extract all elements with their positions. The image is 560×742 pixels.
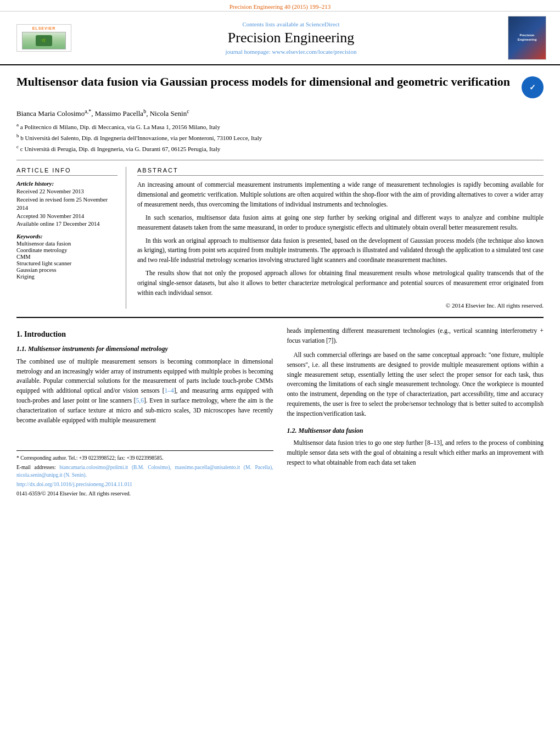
keyword-4: Structured light scanner: [16, 260, 117, 266]
available-date: Available online 17 December 2014: [16, 220, 117, 228]
homepage-link[interactable]: www.elsevier.com/locate/precision: [272, 48, 357, 55]
journal-thumbnail: PrecisionEngineering: [508, 16, 546, 60]
journal-top-bar: Precision Engineering 40 (2015) 199–213: [0, 0, 560, 11]
affiliation-c: c c Università di Perugia, Dip. di Ingeg…: [16, 143, 544, 153]
article-title-section: Multisensor data fusion via Gaussian pro…: [16, 74, 544, 103]
article-title: Multisensor data fusion via Gaussian pro…: [16, 74, 522, 90]
and-measuring-text: and measuring: [180, 387, 218, 394]
journal-title: Precision Engineering: [82, 30, 500, 46]
sub2-title: Multisensor data fusion: [299, 427, 363, 434]
abstract-para-4: The results show that not only the propo…: [137, 269, 544, 298]
journal-thumbnail-area: PrecisionEngineering: [505, 16, 549, 60]
main-content: Multisensor data fusion via Gaussian pro…: [0, 65, 560, 507]
sub1-title: Multisensor instruments for dimensional …: [28, 345, 168, 353]
elsevier-logo: ELSEVIER 🌿: [16, 24, 71, 52]
keyword-2: Coordinate metrology: [16, 247, 117, 253]
article-history-group: Article history: Received 22 November 20…: [16, 180, 117, 228]
sciencedirect-link[interactable]: ScienceDirect: [306, 21, 340, 27]
journal-header-center: Contents lists available at ScienceDirec…: [77, 21, 505, 55]
intro-heading: 1. Introduction: [16, 328, 273, 341]
issn-line: 0141-6359/© 2014 Elsevier Inc. All right…: [16, 489, 273, 498]
crossmark-badge: ✓: [522, 76, 544, 98]
keywords-label: Keywords:: [16, 233, 117, 239]
sub1-heading: 1.1. Multisensor instruments for dimensi…: [16, 344, 273, 354]
footnotes-section: * Corresponding author. Tel.: +39 022399…: [16, 450, 273, 498]
copyright-line: © 2014 Elsevier Inc. All rights reserved…: [137, 302, 544, 309]
body-right-continued: heads implementing different measurement…: [287, 326, 544, 346]
body-columns: 1. Introduction 1.1. Multisensor instrum…: [16, 326, 544, 499]
affiliation-a: a a Politecnico di Milano, Dip. di Mecca…: [16, 121, 544, 131]
intro-number: 1.: [16, 330, 23, 338]
crossmark-icon: ✓: [529, 83, 536, 92]
abstract-para-1: An increasing amount of commercial measu…: [137, 180, 544, 209]
homepage-line: journal homepage: www.elsevier.com/locat…: [82, 48, 500, 55]
article-history-label: Article history:: [16, 180, 117, 187]
abstract-column: ABSTRACT An increasing amount of commerc…: [137, 167, 544, 309]
contents-text: Contents lists available at: [242, 21, 304, 27]
authors-line: Bianca Maria Colosimoa,*, Massimo Pacell…: [16, 108, 544, 118]
intro-title: Introduction: [24, 330, 66, 338]
section-divider-1: [16, 160, 544, 160]
header-section: ELSEVIER 🌿 Contents lists available at S…: [0, 11, 560, 65]
article-info-column: ARTICLE INFO Article history: Received 2…: [16, 167, 126, 309]
accepted-date: Accepted 30 November 2014: [16, 213, 117, 221]
body-right-para-2: All such commercial offerings are based …: [287, 350, 544, 419]
article-info-label: ARTICLE INFO: [16, 167, 117, 176]
journal-volume-info: Precision Engineering 40 (2015) 199–213: [229, 3, 331, 10]
contents-available-line: Contents lists available at ScienceDirec…: [82, 21, 500, 27]
keyword-5: Gaussian process: [16, 267, 117, 273]
sub1-number: 1.1.: [16, 345, 26, 353]
body-right-column: heads implementing different measurement…: [287, 326, 544, 499]
email-note: E-mail addresses: biancamaria.colosimo@p…: [16, 464, 273, 479]
abstract-text: An increasing amount of commercial measu…: [137, 180, 544, 298]
homepage-text: journal homepage:: [226, 48, 271, 55]
affiliation-b: b b Università del Salento, Dip. di Inge…: [16, 132, 544, 142]
received-date: Received 22 November 2013: [16, 188, 117, 196]
sub2-number: 1.2.: [287, 427, 297, 434]
body-divider: [16, 317, 544, 318]
sub2-heading: 1.2. Multisensor data fusion: [287, 426, 544, 436]
info-abstract-row: ARTICLE INFO Article history: Received 2…: [16, 167, 544, 309]
keyword-3: CMM: [16, 254, 117, 260]
abstract-para-2: In such scenarios, multisensor data fusi…: [137, 213, 544, 233]
email-label: E-mail addresses:: [16, 465, 56, 470]
keyword-6: Kriging: [16, 274, 117, 280]
body-right-sub2-text: Multisensor data fusion tries to go one …: [287, 438, 544, 467]
keywords-group: Keywords: Multisensor data fusion Coordi…: [16, 233, 117, 280]
abstract-para-3: In this work an original approach to mul…: [137, 236, 544, 265]
abstract-label: ABSTRACT: [137, 167, 544, 176]
revised-date: Received in revised form 25 November 201…: [16, 196, 117, 212]
publisher-logo-area: ELSEVIER 🌿: [11, 24, 77, 52]
body-left-column: 1. Introduction 1.1. Multisensor instrum…: [16, 326, 273, 499]
corresponding-author-note: * Corresponding author. Tel.: +39 022399…: [16, 454, 273, 462]
doi-line: http://dx.doi.org/10.1016/j.precisioneng…: [16, 480, 273, 488]
keyword-1: Multisensor data fusion: [16, 241, 117, 247]
body-left-para-1: The combined use of multiple measurement…: [16, 357, 273, 426]
